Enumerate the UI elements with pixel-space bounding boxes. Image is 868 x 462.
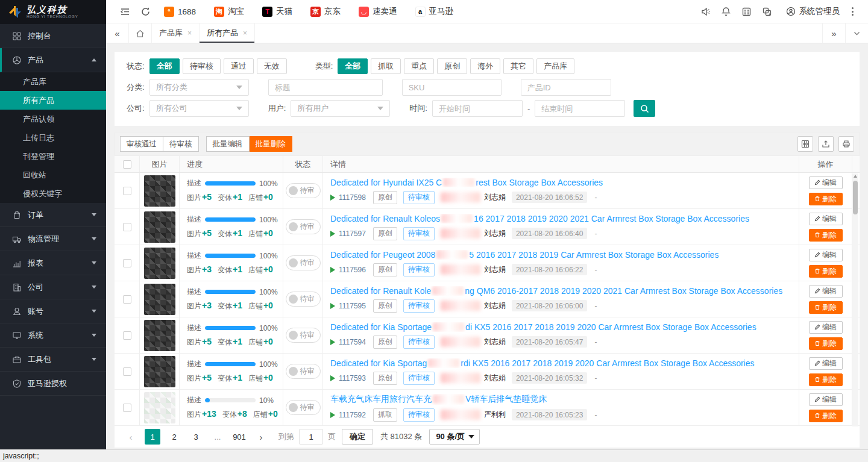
sidebar-item-8[interactable]: 工具包 — [0, 348, 106, 372]
platform-淘宝[interactable]: 淘淘宝 — [214, 6, 244, 17]
sidebar-item-6[interactable]: 账号 — [0, 299, 106, 323]
sidebar-item-4[interactable]: 报表 — [0, 251, 106, 275]
sidebar-item-2[interactable]: 订单 — [0, 203, 106, 227]
switch-account-icon[interactable] — [757, 0, 778, 23]
platform-速卖通[interactable]: ◡速卖通 — [359, 6, 397, 17]
company-select[interactable]: 所有公司 — [149, 100, 249, 117]
sidebar-item-5[interactable]: 公司 — [0, 275, 106, 299]
edit-button[interactable]: 编辑 — [809, 249, 843, 261]
type-chip-全部[interactable]: 全部 — [338, 58, 368, 74]
type-chip-其它[interactable]: 其它 — [503, 58, 533, 74]
product-title-link[interactable]: Dedicated for Kia Sportage di KX5 2016 2… — [330, 322, 756, 332]
sidebar-subitem[interactable]: 产品库 — [0, 72, 106, 91]
goto-confirm-button[interactable]: 确定 — [342, 429, 373, 445]
type-chip-海外[interactable]: 海外 — [470, 58, 500, 74]
tabs-actions-button[interactable] — [845, 23, 868, 43]
platform-天猫[interactable]: T天猫 — [262, 6, 292, 17]
delete-button[interactable]: 删除 — [809, 265, 843, 278]
row-checkbox[interactable] — [123, 404, 131, 412]
status-chip-待审核[interactable]: 待审核 — [183, 58, 221, 74]
status-chip-通过[interactable]: 通过 — [224, 58, 254, 74]
collapse-sidebar-icon[interactable] — [115, 0, 135, 23]
status-chip-全部[interactable]: 全部 — [149, 58, 180, 74]
delete-button[interactable]: 删除 — [809, 229, 843, 242]
more-options-icon[interactable] — [846, 7, 860, 16]
tab-产品库[interactable]: 产品库× — [152, 23, 200, 43]
delete-button[interactable]: 删除 — [809, 337, 843, 350]
title-input[interactable] — [268, 79, 383, 96]
play-icon[interactable] — [330, 339, 335, 345]
delete-button[interactable]: 删除 — [809, 410, 843, 422]
tab-所有产品[interactable]: 所有产品× — [200, 23, 255, 43]
product-title-link[interactable]: Dedicated for Kia Sportag rdi KX5 2016 2… — [330, 358, 755, 368]
sidebar-item-3[interactable]: 物流管理 — [0, 227, 106, 251]
goto-page-input[interactable] — [299, 429, 323, 445]
tabs-more-button[interactable]: » — [822, 23, 845, 43]
approve-button[interactable]: 审核通过 — [120, 136, 163, 152]
tab-close-icon[interactable]: × — [187, 29, 192, 37]
sidebar-item-0[interactable]: 控制台 — [0, 24, 106, 48]
page-button-3[interactable]: 3 — [188, 429, 204, 445]
row-checkbox[interactable] — [123, 187, 131, 195]
category-select[interactable]: 所有分类 — [149, 79, 249, 96]
page-button-1[interactable]: 1 — [145, 429, 160, 445]
edit-button[interactable]: 编辑 — [809, 357, 843, 370]
product-image[interactable] — [144, 248, 175, 279]
sidebar-subitem[interactable]: 所有产品 — [0, 91, 106, 110]
product-image[interactable] — [144, 392, 175, 423]
row-checkbox[interactable] — [123, 223, 131, 231]
search-button[interactable] — [634, 100, 655, 117]
delete-button[interactable]: 删除 — [809, 193, 843, 205]
product-title-link[interactable]: Dedicated for Renault Koleos 16 2017 201… — [330, 214, 749, 223]
edit-button[interactable]: 编辑 — [809, 285, 843, 298]
page-size-select[interactable]: 90 条/页 — [429, 429, 480, 445]
type-chip-产品库[interactable]: 产品库 — [536, 58, 574, 74]
user-select[interactable]: 所有用户 — [291, 100, 390, 117]
play-icon[interactable] — [330, 267, 335, 273]
play-icon[interactable] — [330, 412, 335, 418]
print-icon[interactable] — [838, 136, 854, 152]
apps-grid-icon[interactable] — [737, 0, 757, 23]
refresh-icon[interactable] — [135, 0, 156, 23]
play-icon[interactable] — [330, 375, 335, 381]
type-chip-抓取[interactable]: 抓取 — [371, 58, 401, 74]
batch-delete-button[interactable]: 批量删除 — [250, 136, 292, 152]
sidebar-item-9[interactable]: 亚马逊授权 — [0, 372, 106, 396]
scroll-up-arrow-icon[interactable] — [854, 175, 857, 178]
product-image[interactable] — [144, 211, 175, 243]
product-image[interactable] — [144, 356, 175, 387]
product-title-link[interactable]: 车载充气床车用旅行汽车充 V轿车后排气垫睡觉床 — [330, 394, 547, 405]
row-checkbox[interactable] — [123, 259, 131, 267]
prev-page-button[interactable]: ‹ — [123, 429, 139, 445]
end-time-input[interactable] — [535, 100, 625, 117]
delete-button[interactable]: 删除 — [809, 301, 843, 314]
edit-button[interactable]: 编辑 — [809, 176, 843, 189]
row-checkbox[interactable] — [123, 367, 131, 376]
sidebar-subitem[interactable]: 侵权关键字 — [0, 184, 106, 203]
select-all-checkbox[interactable] — [123, 160, 131, 169]
edit-button[interactable]: 编辑 — [809, 393, 843, 406]
start-time-input[interactable] — [432, 100, 523, 117]
product-image[interactable] — [144, 284, 175, 315]
platform-京东[interactable]: 京京东 — [310, 6, 341, 17]
export-icon[interactable] — [818, 136, 834, 152]
platform-亚马逊[interactable]: a亚马逊 — [415, 6, 454, 17]
edit-button[interactable]: 编辑 — [809, 321, 843, 334]
home-tab[interactable] — [129, 23, 152, 43]
product-id-input[interactable] — [521, 79, 611, 96]
next-page-button[interactable]: › — [253, 429, 269, 445]
vertical-scrollbar-thumb[interactable] — [853, 181, 858, 214]
tabs-scroll-left-button[interactable]: « — [106, 23, 129, 43]
sidebar-item-7[interactable]: 系统 — [0, 323, 106, 348]
announcement-icon[interactable] — [696, 0, 716, 23]
page-button-901[interactable]: 901 — [231, 429, 247, 445]
sku-input[interactable] — [402, 79, 502, 96]
product-title-link[interactable]: Dedicated for Hyundai IX25 C rest Box St… — [330, 178, 603, 187]
notifications-bell-icon[interactable] — [716, 0, 737, 23]
sidebar-subitem[interactable]: 上传日志 — [0, 128, 106, 147]
product-image[interactable] — [144, 320, 175, 351]
type-chip-重点[interactable]: 重点 — [404, 58, 434, 74]
batch-edit-button[interactable]: 批量编辑 — [206, 136, 250, 152]
platform-1688[interactable]: ª1688 — [164, 7, 196, 17]
tab-close-icon[interactable]: × — [243, 29, 247, 37]
